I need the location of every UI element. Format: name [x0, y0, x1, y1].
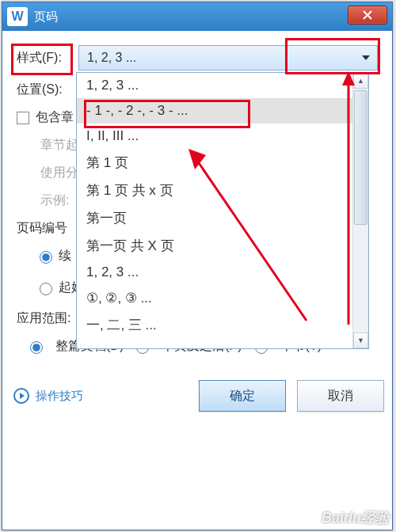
- dropdown-item[interactable]: 1, 2, 3 ...: [77, 73, 352, 98]
- watermark: Baidu经验: [322, 508, 390, 527]
- dropdown-item[interactable]: I, II, III ...: [77, 124, 352, 149]
- tips-label: 操作技巧: [36, 389, 83, 404]
- style-label: 样式(F):: [17, 50, 78, 66]
- include-chapter-checkbox[interactable]: [17, 112, 29, 124]
- cancel-button[interactable]: 取消: [297, 380, 384, 412]
- scroll-thumb[interactable]: [354, 90, 367, 225]
- close-icon: [362, 10, 373, 20]
- scroll-up-icon[interactable]: ▲: [353, 73, 368, 89]
- continue-radio[interactable]: [40, 251, 52, 264]
- start-at-radio[interactable]: [40, 283, 52, 295]
- dropdown-item[interactable]: 一, 二, 三 ...: [77, 311, 352, 339]
- ok-button[interactable]: 确定: [199, 380, 286, 412]
- whole-doc-radio[interactable]: [30, 341, 43, 354]
- dropdown-item[interactable]: 1, 2, 3 ...: [77, 260, 352, 285]
- dropdown-item[interactable]: - 1 -, - 2 -, - 3 - ...: [77, 98, 352, 124]
- titlebar: W 页码: [2, 2, 392, 31]
- dropdown-item[interactable]: 第 1 页: [77, 149, 352, 177]
- continue-label: 续: [59, 248, 71, 264]
- style-dropdown-list: 1, 2, 3 ... - 1 -, - 2 -, - 3 - ... I, I…: [76, 72, 369, 349]
- dropdown-item[interactable]: 第一页: [77, 204, 352, 232]
- button-bar: 操作技巧 确定 取消: [2, 375, 392, 420]
- scroll-down-icon[interactable]: ▼: [353, 332, 368, 348]
- play-icon: [13, 388, 29, 404]
- chevron-down-icon: [362, 55, 370, 60]
- dropdown-item[interactable]: ①, ②, ③ ...: [77, 285, 352, 311]
- tips-link[interactable]: 操作技巧: [13, 388, 83, 404]
- dropdown-item[interactable]: 第一页 共 X 页: [77, 232, 352, 260]
- app-icon: W: [7, 7, 28, 26]
- style-combobox[interactable]: 1, 2, 3 ...: [78, 45, 378, 70]
- style-selected-value: 1, 2, 3 ...: [87, 51, 136, 65]
- dialog-title: 页码: [34, 10, 392, 25]
- style-dropdown-arrow[interactable]: [355, 46, 377, 70]
- dropdown-item[interactable]: 第 1 页 共 x 页: [77, 177, 352, 204]
- position-label: 位置(S):: [17, 82, 78, 98]
- include-chapter-label: 包含章: [36, 109, 74, 126]
- dropdown-scrollbar[interactable]: ▲ ▼: [352, 73, 368, 348]
- close-button[interactable]: [348, 6, 387, 25]
